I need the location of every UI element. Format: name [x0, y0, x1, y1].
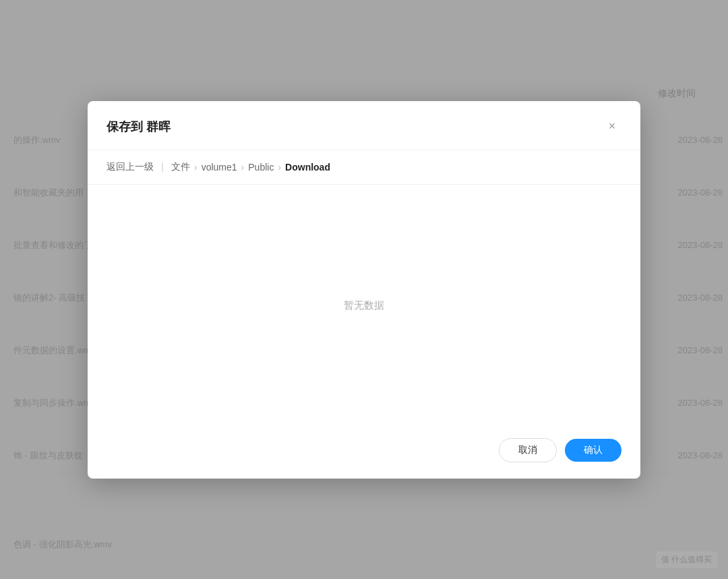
breadcrumb-item-files[interactable]: 文件 — [171, 161, 190, 173]
close-button[interactable]: × — [603, 117, 621, 136]
cancel-button[interactable]: 取消 — [499, 438, 557, 462]
chevron-icon: › — [278, 162, 281, 173]
breadcrumb-back[interactable]: 返回上一级 — [107, 161, 154, 173]
breadcrumb-separator: ｜ — [158, 161, 167, 173]
chevron-icon: › — [194, 162, 198, 173]
breadcrumb-item-volume1[interactable]: volume1 — [202, 162, 237, 173]
breadcrumb: 返回上一级 ｜ 文件 › volume1 › Public › Download — [88, 150, 640, 185]
modal-header: 保存到 群晖 × — [88, 101, 640, 150]
empty-text: 暂无数据 — [344, 299, 384, 312]
confirm-button[interactable]: 确认 — [565, 439, 621, 462]
breadcrumb-item-public[interactable]: Public — [248, 162, 274, 173]
modal-footer: 取消 确认 — [88, 427, 640, 479]
modal-backdrop: 保存到 群晖 × 返回上一级 ｜ 文件 › volume1 › Public ›… — [0, 0, 728, 579]
modal-body: 暂无数据 — [88, 185, 640, 427]
save-dialog: 保存到 群晖 × 返回上一级 ｜ 文件 › volume1 › Public ›… — [88, 101, 640, 479]
chevron-icon: › — [241, 162, 245, 173]
breadcrumb-current: Download — [285, 162, 330, 173]
modal-title: 保存到 群晖 — [107, 119, 171, 135]
